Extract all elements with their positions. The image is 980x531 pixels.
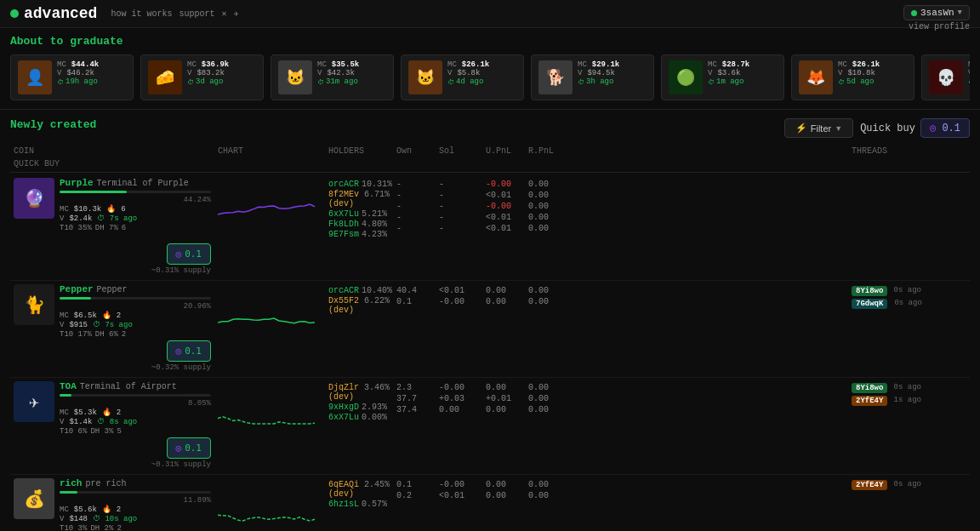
- graduating-card[interactable]: 🧀 MC$36.9k V$83.2k ⏱ 3d ago: [140, 54, 264, 100]
- quick-buy-amount[interactable]: ◎ 0.1: [920, 118, 970, 138]
- graduating-card[interactable]: 🐕 MC$29.1k V$94.5k ⏱ 3h ago: [531, 54, 654, 100]
- coin-table: 🔮 Purple Terminal of Purple 44.24% MC$10…: [10, 174, 970, 531]
- graduating-card[interactable]: 🦊 MC$26.1k V$10.8k ⏱ 5d ago: [791, 54, 914, 100]
- supply-info: ~0.31% supply: [151, 266, 211, 275]
- coin-avatar[interactable]: 🐈: [14, 284, 54, 325]
- thread-row: 2YfE4Y 0s ago: [852, 480, 921, 490]
- holder-name[interactable]: 6xX7Lu: [328, 413, 359, 422]
- col-threads: THREADS: [848, 145, 925, 157]
- dh-count: 5: [117, 427, 121, 436]
- holder-name[interactable]: 6qEAQi (dev): [328, 480, 362, 499]
- holder-row: DjqZlr (dev) 3.46%: [328, 383, 390, 402]
- grad-avatar: 👤: [18, 60, 52, 94]
- graduating-card[interactable]: 💀 MC$25.8k V$84.1k ⏱ 2d ago: [921, 54, 970, 100]
- holder-name[interactable]: 6xX7Lu: [328, 209, 359, 219]
- quick-buy-header: Quick buy ◎ 0.1: [860, 118, 970, 138]
- quick-buy-button[interactable]: ◎ 0.1: [167, 243, 212, 265]
- holder-name[interactable]: 8f2MEv (dev): [328, 190, 362, 208]
- holder-name[interactable]: Fk8LDh: [328, 220, 359, 229]
- coin-name[interactable]: rich: [60, 478, 82, 488]
- support-link[interactable]: support: [179, 9, 214, 19]
- thread-time: 0s ago: [894, 299, 921, 307]
- quick-buy-button[interactable]: ◎ 0.1: [167, 437, 212, 459]
- holder-name[interactable]: orcACR: [328, 286, 359, 295]
- rpnl-col: 0.000.00: [525, 284, 848, 310]
- sol-col: -0.00<0.01: [436, 478, 482, 504]
- holder-row: 9xHxgD 2.93%: [328, 403, 390, 412]
- thread-time: 0s ago: [894, 286, 921, 294]
- thread-time: 0s ago: [894, 480, 921, 488]
- coin-details: Pepper Pepper 20.96% MC$6.5k 🔥 2 V$915 ⏱…: [60, 284, 211, 339]
- holder-row: 6qEAQi (dev) 2.45%: [328, 480, 390, 499]
- holder-name[interactable]: 6hz1sL: [328, 500, 359, 509]
- thread-time: 0s ago: [894, 383, 921, 391]
- chart-cell: [214, 178, 325, 229]
- coin-name[interactable]: TOA: [60, 381, 77, 391]
- grad-info: MC$26.1k V$10.8k ⏱ 5d ago: [838, 60, 907, 86]
- coin-avatar[interactable]: 🔮: [14, 178, 54, 219]
- coin-meta-v: V$1.4k ⏱ 8s ago: [60, 417, 211, 426]
- coin-details: rich pre rich 11.89% MC$5.6k 🔥 2 V$148 ⏱…: [60, 478, 211, 531]
- header-links: how it works support ✕ ✈: [111, 9, 238, 19]
- coin-meta-v: V$2.4k ⏱ 7s ago: [60, 214, 211, 223]
- grad-avatar: 🦊: [799, 60, 833, 94]
- table-row: 🔮 Purple Terminal of Purple 44.24% MC$10…: [10, 174, 970, 281]
- quick-buy-button[interactable]: ◎ 0.1: [167, 340, 212, 362]
- coin-avatar[interactable]: ✈️: [14, 381, 54, 422]
- threads-cell: 8Yi8wo 0s ago 7GdwqK Hey, want your toke…: [848, 284, 925, 311]
- holder-name[interactable]: Dx55F2 (dev): [328, 296, 362, 315]
- profile-status[interactable]: 3sasWn ▼: [903, 5, 970, 20]
- graduating-card[interactable]: 🐱 MC$35.5k V$42.3k ⏱ 31m ago: [271, 54, 394, 100]
- grad-avatar: 🐱: [278, 60, 312, 94]
- holder-row: 6xX7Lu 0.00%: [328, 413, 390, 422]
- fire-icon: 🔥: [102, 408, 111, 417]
- coin-meta-v: V$915 ⏱ 7s ago: [60, 320, 211, 329]
- progress-bar: [60, 394, 211, 397]
- coin-cell: 💰 rich pre rich 11.89% MC$5.6k 🔥 2 V$148: [10, 478, 214, 531]
- progress-fill: [60, 491, 77, 494]
- holders-cell: DjqZlr (dev) 3.46% 9xHxgD 2.93% 6xX7Lu 0…: [325, 381, 393, 425]
- divider: [0, 109, 980, 110]
- how-it-works-link[interactable]: how it works: [111, 9, 172, 19]
- coin-desc: Terminal of Airport: [80, 382, 177, 391]
- sol-icon: ◎: [176, 442, 182, 454]
- grad-info: MC$28.7k V$3.6k ⏱ 1m ago: [708, 60, 777, 86]
- view-profile-link[interactable]: view profile: [909, 22, 970, 31]
- holder-name[interactable]: 9xHxgD: [328, 403, 359, 412]
- progress-fill: [60, 394, 71, 397]
- filter-icon: ⚡: [795, 123, 807, 134]
- graduating-card[interactable]: 👤 MC$44.4k V$46.2k ⏱ 19h ago: [10, 54, 134, 100]
- coin-name[interactable]: Pepper: [60, 284, 94, 294]
- dh-count: 2: [117, 524, 121, 531]
- graduating-card[interactable]: 🟢 MC$28.7k V$3.6k ⏱ 1m ago: [661, 54, 784, 100]
- rpnl-col: 0.000.00: [525, 478, 848, 504]
- header: advanced how it works support ✕ ✈ 3sasWn…: [0, 0, 980, 28]
- filter-button[interactable]: ⚡ Filter ▼: [784, 118, 853, 138]
- progress-pct: 8.05%: [60, 399, 211, 408]
- grad-info: MC$35.5k V$42.3k ⏱ 31m ago: [317, 60, 386, 86]
- upnl-col: -0.00<0.01-0.00<0.01<0.01: [482, 178, 525, 237]
- coin-avatar[interactable]: 💰: [14, 478, 54, 519]
- graduating-card[interactable]: 🐱 MC$26.1k V$5.8k ⏱ 4d ago: [401, 54, 524, 100]
- holder-row: 8f2MEv (dev) 6.71%: [328, 190, 390, 208]
- threads-cell: [848, 178, 925, 181]
- coin-desc: Pepper: [97, 285, 128, 294]
- progress-pct: 20.96%: [60, 302, 211, 311]
- grad-info: MC$29.1k V$94.5k ⏱ 3h ago: [578, 60, 647, 86]
- coin-name[interactable]: Purple: [60, 178, 94, 188]
- progress-bar: [60, 297, 211, 300]
- holder-name[interactable]: 9E7Fsm: [328, 230, 359, 239]
- progress-pct: 11.89%: [60, 496, 211, 505]
- t10-row: T10 3% DH 2% 2: [60, 524, 211, 531]
- coin-cell: 🐈 Pepper Pepper 20.96% MC$6.5k 🔥 2 V$915: [10, 284, 214, 339]
- coin-cell: 🔮 Purple Terminal of Purple 44.24% MC$10…: [10, 178, 214, 232]
- quick-buy-cell: ◎ 0.1 ~0.31% supply: [10, 436, 214, 471]
- holder-name[interactable]: DjqZlr (dev): [328, 383, 362, 402]
- telegram-icon: ✈: [233, 9, 238, 19]
- t10-row: T10 17% DH 6% 2: [60, 330, 211, 339]
- holder-name[interactable]: orcACR: [328, 180, 359, 189]
- sol-icon: ◎: [176, 345, 182, 357]
- chart-cell: [214, 284, 325, 335]
- holder-row: 6hz1sL 0.57%: [328, 500, 390, 509]
- thread-time: 1s ago: [894, 396, 921, 404]
